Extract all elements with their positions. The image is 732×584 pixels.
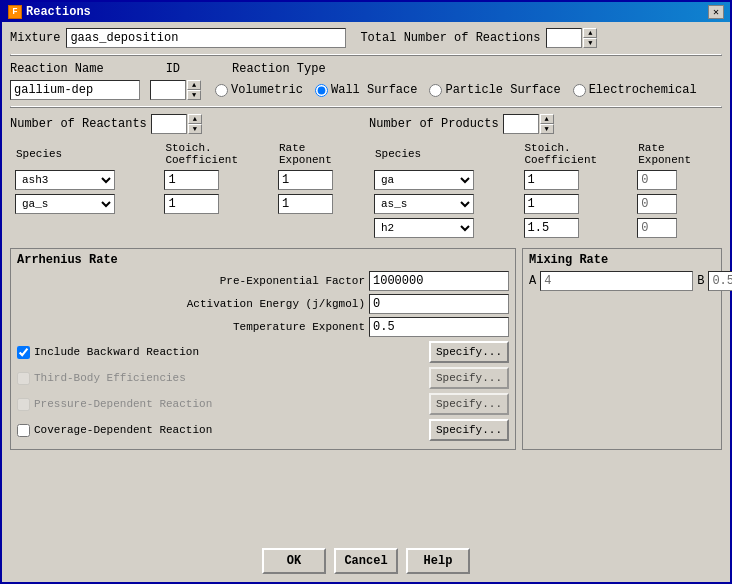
reactants-num-row: Number of Reactants 2 ▲ ▼ [10,114,363,134]
product-rate-1[interactable] [637,194,677,214]
product-rate-0[interactable] [637,170,677,190]
checkbox-row-1: Third-Body Efficiencies Specify... [17,367,509,389]
products-table-container: Species Stoich. Coefficient Rate Exponen… [369,138,722,242]
reactant-row-1: ga_s [12,192,361,216]
reaction-name-inputs-row: 1 ▲ ▼ Volumetric Wall Surface Particle S [10,80,722,100]
temp-exp-input[interactable] [369,317,509,337]
reactants-stoich-header: Stoich. Coefficient [161,140,275,168]
pressure-dep-label: Pressure-Dependent Reaction [34,398,425,410]
activation-input[interactable] [369,294,509,314]
id-down[interactable]: ▼ [187,90,201,100]
reactant-row-0: ash3 [12,168,361,192]
reaction-type-radios: Volumetric Wall Surface Particle Surface… [215,83,697,97]
reactants-input[interactable]: 2 [151,114,187,134]
activation-row: Activation Energy (j/kgmol) [17,294,509,314]
products-label: Number of Products [369,117,499,131]
product-species-2[interactable]: h2 [374,218,474,238]
products-down[interactable]: ▼ [540,124,554,134]
title-bar: F Reactions ✕ [2,2,730,22]
pre-exp-row: Pre-Exponential Factor [17,271,509,291]
radio-electrochemical-label: Electrochemical [589,83,697,97]
product-stoich-0[interactable] [524,170,579,190]
reactant-rate-0[interactable] [278,170,333,190]
help-button[interactable]: Help [406,548,470,574]
arrhenius-title: Arrhenius Rate [17,253,509,267]
close-button[interactable]: ✕ [708,5,724,19]
total-reactions-label: Total Number of Reactions [360,31,540,45]
radio-volumetric-input[interactable] [215,84,228,97]
reactant-stoich-1[interactable] [164,194,219,214]
reactants-table-container: Species Stoich. Coefficient Rate Exponen… [10,138,363,242]
reactant-species-0[interactable]: ash3 [15,170,115,190]
third-body-label: Third-Body Efficiencies [34,372,425,384]
coverage-dep-label: Coverage-Dependent Reaction [34,424,425,436]
mixture-label: Mixture [10,31,60,45]
radio-wall-surface-label: Wall Surface [331,83,417,97]
mixing-b-input[interactable] [708,271,732,291]
product-stoich-1[interactable] [524,194,579,214]
reaction-name-label: Reaction Name [10,62,104,76]
product-species-1[interactable]: as_s [374,194,474,214]
mixing-b-label: B [697,274,704,288]
id-buttons: ▲ ▼ [187,80,201,100]
reactant-stoich-0[interactable] [164,170,219,190]
reactants-down[interactable]: ▼ [188,124,202,134]
id-up[interactable]: ▲ [187,80,201,90]
coverage-dep-specify[interactable]: Specify... [429,419,509,441]
product-species-0[interactable]: ga [374,170,474,190]
id-label: ID [166,62,180,76]
products-num-row: Number of Products 3 ▲ ▼ [369,114,722,134]
main-content: Mixture Total Number of Reactions 2 ▲ ▼ … [2,22,730,542]
id-input[interactable]: 1 [150,80,186,100]
checkbox-row-3: Coverage-Dependent Reaction Specify... [17,419,509,441]
radio-volumetric: Volumetric [215,83,303,97]
total-reactions-input[interactable]: 2 [546,28,582,48]
pre-exp-input[interactable] [369,271,509,291]
radio-particle-surface-label: Particle Surface [445,83,560,97]
product-stoich-2[interactable] [524,218,579,238]
ok-button[interactable]: OK [262,548,326,574]
third-body-specify[interactable]: Specify... [429,367,509,389]
mixing-a-input[interactable] [540,271,693,291]
radio-wall-surface: Wall Surface [315,83,417,97]
products-stoich-header: Stoich. Coefficient [521,140,635,168]
reactant-species-1[interactable]: ga_s [15,194,115,214]
temp-exp-label: Temperature Exponent [233,321,365,333]
reaction-name-input[interactable] [10,80,140,100]
total-reactions-down[interactable]: ▼ [583,38,597,48]
include-backward-specify[interactable]: Specify... [429,341,509,363]
reactant-row-empty [12,216,361,240]
include-backward-checkbox[interactable] [17,346,30,359]
products-input[interactable]: 3 [503,114,539,134]
cancel-button[interactable]: Cancel [334,548,398,574]
total-reactions-buttons: ▲ ▼ [583,28,597,48]
radio-particle-surface-input[interactable] [429,84,442,97]
reactant-rate-1[interactable] [278,194,333,214]
checkbox-row-2: Pressure-Dependent Reaction Specify... [17,393,509,415]
reactants-section: Number of Reactants 2 ▲ ▼ Species [10,114,363,242]
pressure-dep-specify[interactable]: Specify... [429,393,509,415]
mixture-input[interactable] [66,28,346,48]
product-rate-2[interactable] [637,218,677,238]
title-bar-left: F Reactions [8,5,91,19]
tables-row: Number of Reactants 2 ▲ ▼ Species [10,114,722,242]
coverage-dep-checkbox[interactable] [17,424,30,437]
reactants-up[interactable]: ▲ [188,114,202,124]
reactants-species-header: Species [12,140,161,168]
product-row-1: as_s [371,192,720,216]
window-title: Reactions [26,5,91,19]
radio-electrochemical: Electrochemical [573,83,697,97]
total-reactions-up[interactable]: ▲ [583,28,597,38]
pressure-dep-checkbox[interactable] [17,398,30,411]
mixing-row: A B [529,271,715,291]
temp-exp-row: Temperature Exponent [17,317,509,337]
checkboxes-panel: Include Backward Reaction Specify... Thi… [17,341,509,441]
radio-electrochemical-input[interactable] [573,84,586,97]
window-icon: F [8,5,22,19]
id-spinner: 1 ▲ ▼ [150,80,201,100]
mixing-title: Mixing Rate [529,253,715,267]
third-body-checkbox[interactable] [17,372,30,385]
radio-wall-surface-input[interactable] [315,84,328,97]
products-up[interactable]: ▲ [540,114,554,124]
reactants-rate-header: Rate Exponent [275,140,361,168]
